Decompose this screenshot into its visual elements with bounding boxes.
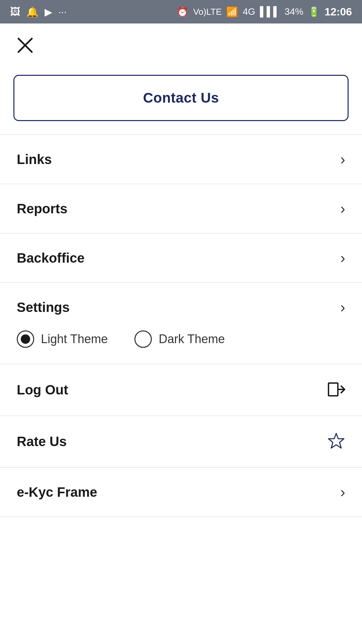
battery-icon: 🔋 [308,6,320,17]
battery-label: 34% [285,6,303,17]
backoffice-label: Backoffice [17,251,84,266]
youtube-icon: ▶ [45,6,52,18]
divider-8 [0,517,362,517]
reports-label: Reports [17,201,67,216]
logout-label: Log Out [17,382,68,397]
contact-us-section: Contact Us [0,68,362,135]
settings-header[interactable]: Settings › [0,283,362,324]
settings-section: Settings › Light Theme Dark Theme [0,283,362,364]
status-bar-right: ⏰ Vo)LTE 📶 4G ▌▌▌ 34% 🔋 12:06 [177,6,352,18]
backoffice-menu-item[interactable]: Backoffice › [0,233,362,282]
top-bar [0,23,362,68]
status-bar-left: 🖼 🔔 ▶ ··· [10,6,67,18]
signal-bars-icon: ▌▌▌ [260,6,280,17]
ekyc-chevron-icon: › [340,484,345,500]
contact-us-button[interactable]: Contact Us [13,75,349,121]
more-icon: ··· [58,6,67,17]
logout-icon [327,380,345,399]
links-menu-item[interactable]: Links › [0,135,362,184]
reports-menu-item[interactable]: Reports › [0,184,362,233]
image-icon: 🖼 [10,6,20,17]
status-bar: 🖼 🔔 ▶ ··· ⏰ Vo)LTE 📶 4G ▌▌▌ 34% 🔋 12:06 [0,0,362,23]
ekyc-label: e-Kyc Frame [17,485,97,500]
alert-icon: 🔔 [26,6,39,18]
settings-label: Settings [17,300,70,315]
close-icon [17,37,34,54]
ekyc-menu-item[interactable]: e-Kyc Frame › [0,468,362,517]
close-button[interactable] [13,34,37,58]
dark-theme-label: Dark Theme [159,332,225,346]
rate-us-menu-item[interactable]: Rate Us [0,416,362,467]
dark-theme-option[interactable]: Dark Theme [134,330,225,348]
links-label: Links [17,152,52,167]
light-theme-radio[interactable] [17,330,34,348]
wifi-icon: 📶 [226,6,238,17]
star-icon [327,432,345,451]
svg-marker-4 [328,433,344,448]
backoffice-chevron-icon: › [340,250,345,266]
alarm-icon: ⏰ [177,6,188,17]
theme-row: Light Theme Dark Theme [0,324,362,364]
light-theme-radio-selected [21,334,30,344]
reports-chevron-icon: › [340,200,345,217]
links-chevron-icon: › [340,151,345,168]
volte-label: Vo)LTE [193,7,222,17]
light-theme-label: Light Theme [41,332,108,346]
dark-theme-radio[interactable] [134,330,152,348]
logout-menu-item[interactable]: Log Out [0,364,362,416]
light-theme-option[interactable]: Light Theme [17,330,108,348]
time-label: 12:06 [324,6,352,18]
rate-us-label: Rate Us [17,434,67,449]
svg-rect-2 [328,383,338,396]
network-label: 4G [243,6,255,17]
settings-chevron-icon: › [340,299,345,316]
